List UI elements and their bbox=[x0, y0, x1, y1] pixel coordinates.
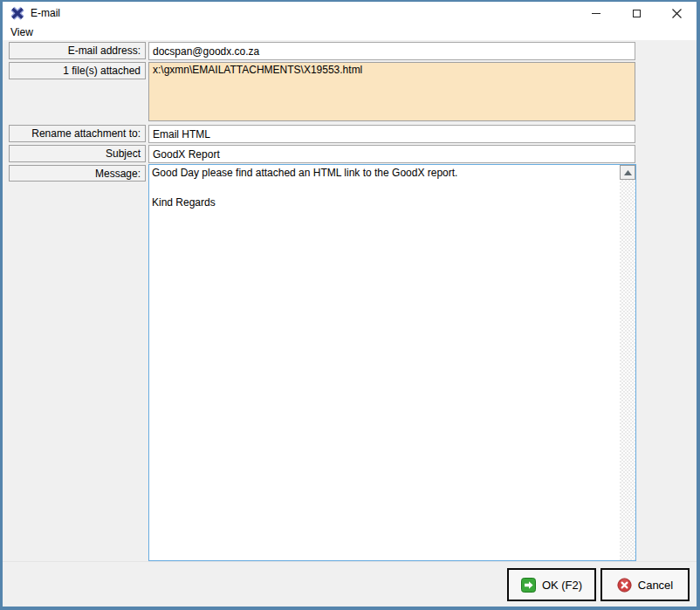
menu-view[interactable]: View bbox=[3, 26, 38, 38]
window-controls bbox=[576, 2, 697, 24]
app-icon bbox=[10, 6, 24, 20]
subject-input[interactable] bbox=[148, 145, 635, 163]
attachments-label: 1 file(s) attached bbox=[9, 62, 146, 79]
email-address-input[interactable] bbox=[148, 42, 635, 60]
rename-attachment-label: Rename attachment to: bbox=[9, 125, 146, 142]
scrollbar-track[interactable] bbox=[620, 180, 635, 560]
attachments-box[interactable]: x:\gxmn\EMAILATTACHMENTS\X19553.html bbox=[148, 62, 635, 121]
maximize-icon bbox=[633, 10, 641, 17]
message-label: Message: bbox=[9, 165, 146, 182]
message-scrollbar bbox=[620, 165, 635, 560]
rename-attachment-input[interactable] bbox=[148, 125, 635, 143]
ok-button-label: OK (F2) bbox=[542, 579, 582, 592]
maximize-button[interactable] bbox=[616, 2, 656, 24]
subject-label: Subject bbox=[9, 145, 146, 162]
scroll-up-button[interactable] bbox=[620, 165, 635, 180]
minimize-icon bbox=[592, 13, 600, 14]
cancel-cross-icon bbox=[617, 578, 632, 593]
menubar: View bbox=[3, 24, 697, 40]
window-title: E-mail bbox=[31, 7, 60, 19]
message-text[interactable]: Good Day please find attached an HTML li… bbox=[152, 166, 616, 559]
message-box[interactable]: Good Day please find attached an HTML li… bbox=[148, 164, 636, 561]
form-area: E-mail address: 1 file(s) attached x:\gx… bbox=[3, 40, 697, 607]
email-address-label: E-mail address: bbox=[9, 42, 146, 59]
button-bar: OK (F2) Cancel bbox=[3, 561, 697, 607]
ok-arrow-icon bbox=[521, 578, 536, 593]
cancel-button[interactable]: Cancel bbox=[600, 568, 690, 601]
cancel-button-label: Cancel bbox=[638, 579, 673, 592]
ok-button[interactable]: OK (F2) bbox=[507, 568, 596, 601]
email-dialog: E-mail View E-mail address: 1 file(s) at… bbox=[0, 0, 700, 610]
titlebar: E-mail bbox=[3, 2, 697, 24]
up-arrow-icon bbox=[624, 170, 632, 175]
close-icon bbox=[672, 9, 682, 18]
minimize-button[interactable] bbox=[576, 2, 616, 24]
close-button[interactable] bbox=[656, 2, 697, 24]
